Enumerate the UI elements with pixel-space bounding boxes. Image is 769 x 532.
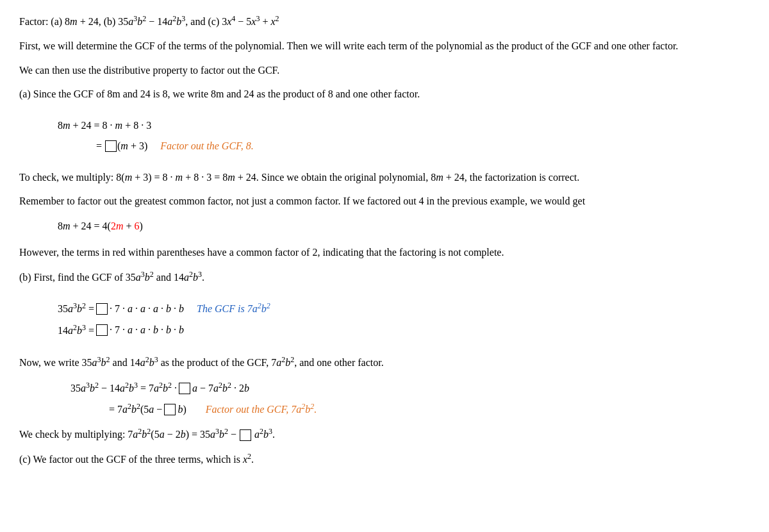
wrong-factor-eq: 8m + 24 = 4(2m + 6) (58, 216, 750, 237)
blank-box-a[interactable] (105, 140, 117, 152)
intro-line2: We can then use the distributive propert… (19, 62, 750, 79)
part-b-eq-block: 35a3b2 − 14a2b3 = 7a2b2 · a − 7a2b2 · 2b… (58, 378, 750, 420)
eq-14a2b3: 14a2b3 = · 7 · a · a · b · b · b (58, 320, 750, 341)
part-a-eq1: 8m + 24 = 8 · m + 8 · 3 = (m + 3) Factor… (19, 115, 750, 156)
factor-note-a: Factor out the GCF, 8. (160, 136, 253, 156)
intro-line1: First, we will determine the GCF of the … (19, 38, 750, 54)
eq-35-14-line2: = 7a2b2(5a − b) Factor out the GCF, 7a2b… (58, 399, 750, 420)
factor-note-b: Factor out the GCF, 7a2b2. (206, 399, 317, 420)
blank-box-b2[interactable] (96, 324, 108, 336)
header-line: Factor: (a) 8m + 24, (b) 35a3b2 − 14a2b3… (19, 13, 750, 30)
blank-box-b4[interactable] (164, 404, 176, 415)
eq-35a3b2: 35a3b2 = · 7 · a · a · a · b · b The GCF… (58, 298, 750, 319)
blank-box-b3[interactable] (179, 383, 190, 394)
intro-line3: (a) Since the GCF of 8m and 24 is 8, we … (19, 86, 750, 103)
part-b-intro: (b) First, find the GCF of 35a3b2 and 14… (19, 268, 750, 285)
remember-line: Remember to factor out the greatest comm… (19, 193, 750, 210)
blank-box-b1[interactable] (96, 303, 108, 315)
eq-35-14-line1: 35a3b2 − 14a2b3 = 7a2b2 · a − 7a2b2 · 2b (58, 378, 750, 399)
part-c-intro: (c) We factor out the GCF of the three t… (19, 451, 750, 468)
part-b-factor-rows: 35a3b2 = · 7 · a · a · a · b · b The GCF… (58, 298, 750, 341)
blank-box-b5[interactable] (240, 429, 251, 441)
eq-8m-24: 8m + 24 = 8 · m + 8 · 3 (58, 115, 750, 136)
header-text: Factor: (a) 8m + 24, (b) 35a3b2 − 14a2b3… (19, 16, 279, 27)
check-line-a: To check, we multiply: 8(m + 3) = 8 · m … (19, 169, 750, 186)
eq-factor-gcf: = (m + 3) Factor out the GCF, 8. (58, 136, 750, 156)
however-line: However, the terms in red within parenth… (19, 244, 750, 261)
gcf-note-b: The GCF is 7a2b2 (197, 298, 270, 319)
part-b-write-intro: Now, we write 35a3b2 and 14a2b3 as the p… (19, 354, 750, 371)
check-line-b: We check by multiplying: 7a2b2(5a − 2b) … (19, 426, 750, 443)
